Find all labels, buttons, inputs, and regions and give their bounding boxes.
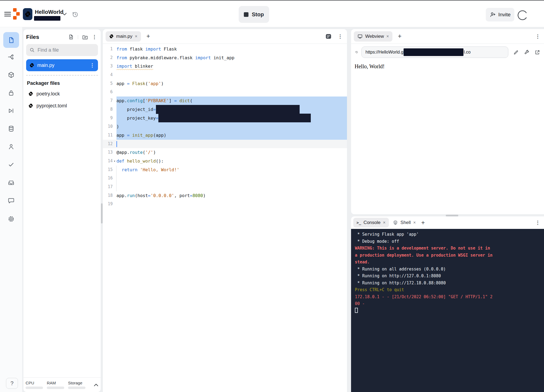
tab-label: Shell <box>401 220 411 225</box>
code-text <box>116 88 347 97</box>
hamburger-menu-icon[interactable] <box>4 11 11 17</box>
rail-item-packages[interactable] <box>8 71 15 79</box>
close-icon[interactable]: × <box>386 34 389 39</box>
replit-logo-icon[interactable] <box>13 8 20 20</box>
ram-meter: RAM <box>47 381 64 389</box>
python-file-icon <box>109 34 114 39</box>
webview-pane: Webview × + ⋮ https://HelloWorld.gl.co H… <box>351 29 544 214</box>
collapse-chevron-up-icon[interactable] <box>94 383 99 387</box>
storage-label: Storage <box>68 381 85 385</box>
page-text: Hello, World! <box>355 63 385 69</box>
close-icon[interactable]: × <box>383 220 385 225</box>
refresh-icon[interactable] <box>355 49 358 55</box>
help-button[interactable]: ? <box>6 378 18 389</box>
top-bar: .app-icon .p1{fill:#8ec4ec}.app-icon .p2… <box>0 1 544 27</box>
code-text: return 'Hello, World!' <box>116 166 347 174</box>
code-text <box>116 71 347 79</box>
tab-console[interactable]: >_ Console × <box>353 218 389 228</box>
database-icon <box>8 125 15 132</box>
code-line: 19 <box>103 200 347 209</box>
code-text: @app.route('/') <box>116 148 347 157</box>
code-text: app = Flask('app') <box>116 79 347 88</box>
fold-gutter <box>113 200 116 209</box>
rail-item-output[interactable] <box>8 107 15 114</box>
rail-item-checklist[interactable] <box>8 161 15 168</box>
rail-item-settings[interactable] <box>8 215 15 223</box>
terminal-prompt-icon: >_ <box>356 220 361 225</box>
line-number: 14 <box>103 157 113 166</box>
new-tab-plus-icon[interactable]: + <box>398 33 401 39</box>
pane-resize-handle-vertical[interactable] <box>101 203 103 223</box>
fold-gutter <box>113 140 116 148</box>
play-next-icon <box>8 107 15 114</box>
line-number: 11 <box>103 131 113 140</box>
file-item-pyproject-toml[interactable]: pyproject.toml <box>25 100 99 112</box>
code-text: app = init_app(app) <box>116 131 347 140</box>
box-icon <box>8 71 15 79</box>
fold-gutter <box>113 191 116 200</box>
new-tab-plus-icon[interactable]: + <box>146 33 150 39</box>
url-prefix: https://HelloWorld.g <box>365 50 403 55</box>
rail-item-version-control[interactable] <box>8 53 15 61</box>
add-folder-icon[interactable] <box>82 34 88 40</box>
code-line: 14▾def hello_world(): <box>103 157 347 166</box>
rail-item-inbox[interactable] <box>8 179 15 186</box>
code-text: ) <box>116 122 347 131</box>
line-number: 6 <box>103 88 113 97</box>
add-file-icon[interactable] <box>68 34 74 40</box>
chat-icon <box>8 197 15 204</box>
file-kebab-icon[interactable]: ⋮ <box>90 63 95 68</box>
find-file-input[interactable]: Find a file <box>26 44 98 56</box>
rail-item-account[interactable] <box>8 143 15 150</box>
code-editor[interactable]: 1from flask import Flask2from pybrake.mi… <box>103 44 347 209</box>
line-number: 15 <box>103 166 113 174</box>
terminal-line: 00 - <box>355 300 542 307</box>
rail-item-chat[interactable] <box>8 197 15 204</box>
chevron-down-icon[interactable] <box>62 13 67 16</box>
packager-files-heading: Packager files <box>27 80 98 86</box>
python-file-icon: .fp-active .p1{fill:#bcdcf5}.fp-active .… <box>29 63 34 68</box>
close-icon[interactable]: × <box>135 34 137 39</box>
fold-gutter <box>113 97 116 105</box>
url-input[interactable]: https://HelloWorld.gl.co <box>361 46 508 58</box>
terminal-line: * Running on all addresses (0.0.0.0) <box>355 266 542 273</box>
code-text: def hello_world(): <box>116 157 347 166</box>
code-text: project_id= <box>116 105 347 114</box>
files-panel-title: Files <box>26 34 39 40</box>
avatar-loading-ring[interactable] <box>517 10 528 20</box>
invite-button[interactable]: Invite <box>486 8 514 21</box>
pencil-icon[interactable] <box>513 49 519 55</box>
tab-main-py[interactable]: .py-color .p1{fill:#3d7ab8}.py-color .p2… <box>106 31 141 42</box>
new-tab-plus-icon[interactable]: + <box>421 220 425 226</box>
open-external-icon[interactable] <box>534 49 540 55</box>
line-number: 9 <box>103 114 113 123</box>
rail-item-secrets[interactable] <box>8 89 15 97</box>
file-item-poetry-lock[interactable]: poetry.lock <box>25 88 99 100</box>
terminal-output[interactable]: * Serving Flask app 'app' * Debug mode: … <box>351 229 544 392</box>
line-number: 4 <box>103 71 113 79</box>
tab-webview[interactable]: Webview × <box>354 31 392 42</box>
stop-button[interactable]: Stop <box>239 6 269 23</box>
editor-menu-kebab-icon[interactable]: ⋮ <box>338 34 343 39</box>
files-menu-kebab-icon[interactable]: ⋮ <box>92 35 97 39</box>
code-line: 16 <box>103 174 347 183</box>
rail-item-files[interactable] <box>3 32 19 48</box>
code-line: 2from pybrake.middleware.flask import in… <box>103 54 347 62</box>
code-redaction-bar <box>158 114 311 123</box>
fold-arrow-icon[interactable]: ▾ <box>113 157 116 166</box>
history-icon[interactable] <box>71 11 79 18</box>
file-item-main-py[interactable]: .fp-active .p1{fill:#bcdcf5}.fp-active .… <box>26 59 98 71</box>
stop-square-icon <box>244 12 248 17</box>
tab-shell[interactable]: Shell × <box>393 220 416 225</box>
search-icon <box>29 47 35 53</box>
code-line: 6 <box>103 88 347 97</box>
wrench-icon[interactable] <box>524 49 530 55</box>
code-line: 18app.run(host='0.0.0.0', port=8080) <box>103 191 347 200</box>
outline-panel-icon[interactable] <box>325 33 332 40</box>
rail-item-database[interactable] <box>8 125 15 132</box>
webview-menu-kebab-icon[interactable]: ⋮ <box>535 34 540 39</box>
console-menu-kebab-icon[interactable]: ⋮ <box>535 220 540 225</box>
close-icon[interactable]: × <box>413 220 416 225</box>
code-text: from flask import Flask <box>116 45 347 54</box>
python-file-icon <box>28 91 33 96</box>
